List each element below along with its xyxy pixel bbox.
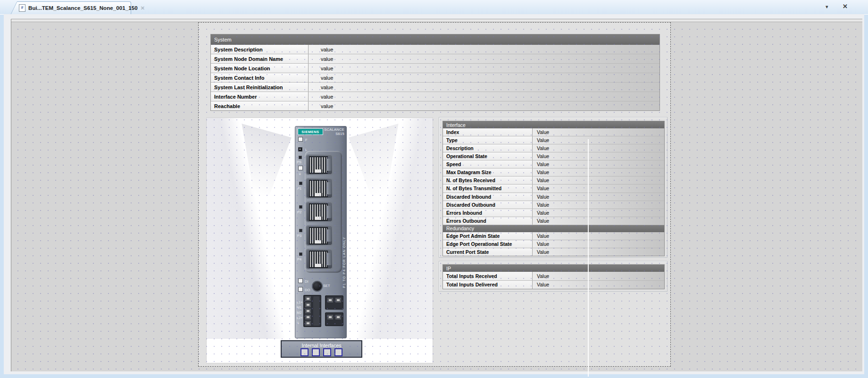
row-value: Value: [533, 240, 664, 248]
row-value: Value: [533, 152, 664, 160]
row-value: Value: [533, 136, 664, 144]
terminal-contact: [335, 298, 341, 302]
row-value: Value: [533, 176, 664, 184]
row-value: Value: [533, 272, 664, 280]
table-row: IndexValue: [443, 128, 664, 136]
row-label: Total Inputs Delivered: [443, 281, 533, 289]
table-row: N. of Bytes TransmittedValue: [443, 185, 664, 193]
row-value: Value: [533, 193, 664, 201]
row-label: Errors Inbound: [443, 209, 533, 217]
row-value: value: [309, 92, 659, 101]
rj45-jack-icon: [309, 203, 328, 221]
rj45-jack-icon: [309, 251, 328, 268]
set-button: [312, 281, 323, 292]
terminal-contact: [327, 315, 333, 319]
table-row: DescriptionValue: [443, 144, 664, 152]
row-label: Reachable: [211, 101, 309, 110]
system-table[interactable]: SystemSystem DescriptionvalueSystem Node…: [210, 34, 660, 111]
table-row: N. of Bytes ReceivedValue: [443, 176, 664, 185]
terminal-label: M1: [297, 306, 301, 310]
internal-interface-port: [334, 348, 342, 356]
table-row: Interface Numbervalue: [211, 92, 659, 101]
port-led-indicator: [299, 252, 302, 256]
led-l-label: L: [305, 148, 307, 152]
led-di-label: DI: [305, 280, 309, 284]
rj45-latch-tab: [326, 253, 332, 265]
table-row: Discarded InboundValue: [443, 193, 664, 201]
siemens-logo: SIEMENS: [298, 128, 323, 135]
table-row: Total Inputs ReceivedValue: [443, 272, 664, 281]
rj45-latch-tab: [326, 206, 332, 218]
row-value: value: [309, 101, 659, 110]
row-label: System Node Location: [211, 64, 309, 73]
row-value: Value: [533, 144, 664, 152]
terminal-contact: [305, 321, 311, 326]
row-label: Discarded Outbound: [443, 201, 533, 209]
internal-interface-port: [300, 348, 309, 356]
rj45-port: [306, 178, 333, 199]
internal-interfaces-bar[interactable]: Internal Interfaces: [281, 340, 362, 358]
internal-interfaces-title: Internal Interfaces: [282, 343, 361, 348]
row-value: value: [309, 45, 659, 54]
ground-symbol-label: ⏚: [299, 172, 301, 176]
row-label: Type: [443, 136, 533, 144]
table-section-header: System: [211, 34, 659, 45]
led-ps-indicator: [299, 156, 302, 159]
rj45-jack-icon: [309, 180, 328, 197]
table-row: System Contact Infovalue: [211, 73, 659, 83]
row-value: value: [309, 54, 659, 63]
led-f-indicator: [298, 137, 303, 142]
ip-table[interactable]: IPTotal Inputs ReceivedValueTotal Inputs…: [442, 264, 665, 289]
table-row: Max Datagram SizeValue: [443, 168, 664, 176]
port-label: P1: [297, 187, 301, 191]
table-row: Edge Port Admin StateValue: [443, 232, 664, 240]
internal-interface-port: [312, 348, 320, 356]
rj45-port: [306, 202, 333, 222]
lan-only-side-text: P1 TO P4 FOR LAN ONLY: [342, 179, 346, 288]
terminal-label: L1+: [297, 301, 303, 304]
row-label: Discarded Inbound: [443, 193, 533, 201]
row-label: Index: [443, 128, 533, 136]
row-label: Current Port State: [443, 248, 533, 256]
led-di-indicator: [298, 278, 303, 283]
scalance-s615-device-image[interactable]: SIEMENS SCALANCE S615 P1 TO P4 FOR LAN O…: [295, 126, 347, 338]
table-row: Discarded OutboundValue: [443, 201, 664, 209]
terminal-contact: [305, 309, 311, 313]
interface-table[interactable]: InterfaceIndexValueTypeValueDescriptionV…: [442, 121, 665, 256]
row-label: N. of Bytes Transmitted: [443, 185, 533, 192]
row-label: Edge Port Operational State: [443, 240, 533, 248]
tab-close-icon[interactable]: ✕: [141, 5, 145, 11]
table-section-header: Interface: [443, 121, 664, 128]
row-value: Value: [533, 128, 664, 136]
table-row: SpeedValue: [443, 160, 664, 168]
row-value: Value: [533, 281, 664, 289]
rj45-jack-icon: [309, 227, 328, 244]
set-button-label: SET: [323, 284, 330, 288]
table-section-header: IP: [443, 265, 664, 272]
tab-scalance-faceplate[interactable]: # Bui...TEM_Scalance_S615_None_001_150 ✕: [17, 1, 131, 14]
window-menu-icon[interactable]: ▾: [826, 4, 828, 10]
faceplate-document-icon: #: [19, 4, 25, 12]
table-row: Edge Port Operational StateValue: [443, 240, 664, 248]
row-label: Interface Number: [211, 92, 309, 101]
rj45-latch-tab: [326, 159, 332, 171]
faceplate-editor-window: # Bui...TEM_Scalance_S615_None_001_150 ✕…: [0, 0, 868, 378]
row-label: System Description: [211, 45, 309, 54]
table-row: System Node Domain Namevalue: [211, 54, 659, 64]
terminal-label: ⏚: [297, 321, 299, 325]
row-label: Errors Outbound: [443, 217, 533, 225]
row-value: Value: [533, 217, 664, 225]
led-ps-label: PS: [297, 160, 301, 164]
port-label: P4: [297, 258, 301, 261]
table-row: System Node Locationvalue: [211, 64, 659, 73]
led-do-indicator: [298, 287, 303, 292]
row-value: value: [309, 64, 659, 73]
window-close-icon[interactable]: ✕: [843, 3, 848, 10]
row-label: N. of Bytes Received: [443, 176, 533, 184]
rj45-port: [306, 154, 333, 175]
row-value: Value: [533, 248, 664, 256]
rj45-port: [306, 249, 333, 269]
power-terminal-block: [303, 295, 321, 327]
row-value: Value: [533, 209, 664, 217]
row-label: Description: [443, 144, 533, 152]
